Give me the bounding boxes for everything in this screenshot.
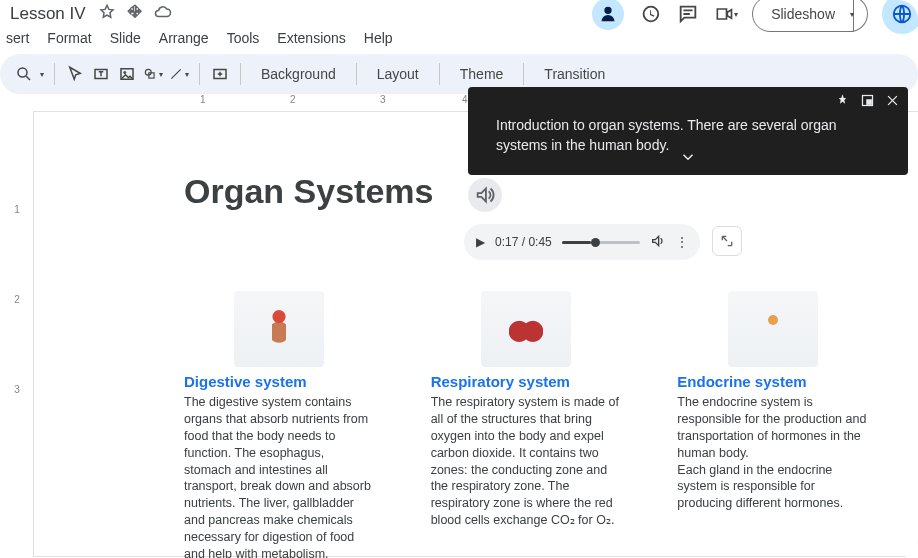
select-icon[interactable] <box>65 64 85 84</box>
newslide-icon[interactable] <box>210 64 230 84</box>
close-icon[interactable] <box>885 93 900 113</box>
popout-icon[interactable] <box>860 93 875 113</box>
pin-icon[interactable] <box>835 93 850 113</box>
menu-format[interactable]: Format <box>47 30 91 46</box>
collab-button[interactable] <box>592 0 624 30</box>
play-icon[interactable]: ▶ <box>476 235 485 249</box>
column-digestive[interactable]: Digestive system The digestive system co… <box>184 291 375 558</box>
textbox-icon[interactable] <box>91 64 111 84</box>
digestive-image <box>234 291 324 367</box>
doc-title[interactable]: Lesson IV <box>10 4 86 24</box>
slideshow-dropdown[interactable]: ▾ <box>836 0 868 32</box>
share-button[interactable] <box>882 0 918 34</box>
theme-button[interactable]: Theme <box>450 66 514 82</box>
caption-text: Introduction to organ systems. There are… <box>496 115 852 156</box>
move-icon[interactable] <box>126 3 144 25</box>
menu-tools[interactable]: Tools <box>227 30 260 46</box>
zoom-icon[interactable] <box>14 64 34 84</box>
vertical-ruler: 1 2 3 <box>0 94 34 556</box>
audio-object-icon[interactable] <box>468 178 502 212</box>
column-body: The digestive system contains organs tha… <box>184 394 375 558</box>
menu-insert[interactable]: sert <box>6 30 29 46</box>
column-title: Digestive system <box>184 373 375 390</box>
transition-button[interactable]: Transition <box>534 66 615 82</box>
comment-icon[interactable] <box>676 2 700 26</box>
cloud-icon[interactable] <box>154 3 172 25</box>
caption-panel: Introduction to organ systems. There are… <box>468 87 908 175</box>
column-title: Endocrine system <box>677 373 868 390</box>
title-icons <box>98 3 172 25</box>
popout-button[interactable] <box>712 226 742 256</box>
columns: Digestive system The digestive system co… <box>184 291 868 558</box>
menu-slide[interactable]: Slide <box>110 30 141 46</box>
column-endocrine[interactable]: Endocrine system The endocrine system is… <box>677 291 868 558</box>
history-icon[interactable] <box>638 2 662 26</box>
audio-time: 0:17 / 0:45 <box>495 235 552 249</box>
star-icon[interactable] <box>98 3 116 25</box>
title-bar: Lesson IV ▾ Slideshow ▾ <box>0 0 918 26</box>
column-respiratory[interactable]: Respiratory system The respiratory syste… <box>431 291 622 558</box>
column-body: The respiratory system is made of all of… <box>431 394 622 529</box>
more-icon[interactable]: ⋮ <box>676 235 688 249</box>
shape-icon[interactable]: ▾ <box>143 64 163 84</box>
column-title: Respiratory system <box>431 373 622 390</box>
audio-player[interactable]: ▶ 0:17 / 0:45 ⋮ <box>464 224 700 260</box>
volume-icon[interactable] <box>650 233 666 252</box>
slide-canvas[interactable]: Organ Systems ▶ 0:17 / 0:45 ⋮ Digestive … <box>34 112 918 556</box>
endocrine-image <box>728 291 818 367</box>
svg-point-4 <box>124 71 126 73</box>
menu-help[interactable]: Help <box>364 30 393 46</box>
caption-expand-icon[interactable] <box>679 148 697 171</box>
background-button[interactable]: Background <box>251 66 346 82</box>
image-icon[interactable] <box>117 64 137 84</box>
right-controls: ▾ Slideshow ▾ <box>592 0 908 34</box>
video-icon[interactable]: ▾ <box>714 2 738 26</box>
menu-extensions[interactable]: Extensions <box>277 30 345 46</box>
svg-rect-9 <box>866 99 872 105</box>
layout-button[interactable]: Layout <box>367 66 429 82</box>
column-body: The endocrine system is responsible for … <box>677 394 868 512</box>
menu-arrange[interactable]: Arrange <box>159 30 209 46</box>
slide-title[interactable]: Organ Systems <box>184 172 868 211</box>
audio-progress[interactable] <box>562 241 640 244</box>
respiratory-image <box>481 291 571 367</box>
line-icon[interactable]: ▾ <box>169 64 189 84</box>
svg-point-1 <box>18 68 27 77</box>
zoom-dropdown[interactable]: ▾ <box>40 70 44 79</box>
